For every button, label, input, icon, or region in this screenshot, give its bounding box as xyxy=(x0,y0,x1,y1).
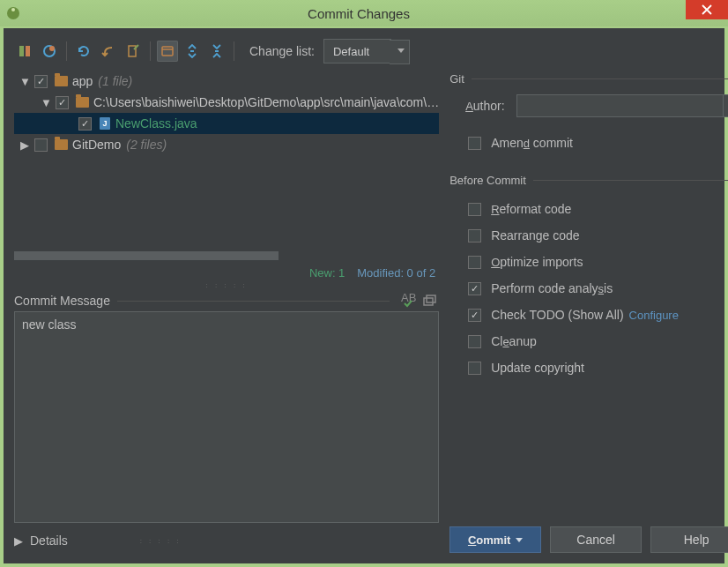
stats-new: New: 1 xyxy=(309,266,345,280)
check-label: Reformat code xyxy=(491,202,571,216)
commit-button[interactable]: Commit xyxy=(449,526,541,553)
check-label: Perform code analysis xyxy=(491,281,613,295)
check-label: Cleanup xyxy=(491,334,537,348)
refresh-icon[interactable] xyxy=(73,41,94,62)
checkbox[interactable] xyxy=(468,335,481,348)
left-column: ▼ app (1 file) ▼ C:\Users\baishiwei\Desk… xyxy=(14,71,439,553)
changelist-combo[interactable]: Default xyxy=(323,39,391,63)
tree-node-app[interactable]: ▼ app (1 file) xyxy=(14,71,439,92)
move-to-changelist-icon[interactable] xyxy=(39,41,60,62)
chevron-down-icon xyxy=(516,538,523,542)
expander-icon[interactable]: ▶ xyxy=(14,534,26,548)
cancel-button[interactable]: Cancel xyxy=(550,526,642,553)
folder-icon xyxy=(55,76,68,86)
check-label: Check TODO (Show All) xyxy=(491,308,623,322)
tree-node-gitdemo[interactable]: ▶ GitDemo (2 files) xyxy=(14,134,439,155)
svg-point-1 xyxy=(11,8,15,11)
commit-message-header: Commit Message ABC xyxy=(14,290,439,311)
svg-rect-9 xyxy=(215,50,219,52)
group-by-directory-icon[interactable] xyxy=(157,41,178,62)
checkbox[interactable] xyxy=(78,117,92,131)
commit-dialog: Commit Changes Change list: Default xyxy=(0,0,728,567)
amend-commit-checkbox[interactable]: Amend commit xyxy=(465,130,728,156)
code-analysis-checkbox[interactable]: Perform code analysis xyxy=(465,275,728,302)
author-combo[interactable] xyxy=(516,94,728,117)
checkbox[interactable] xyxy=(468,137,481,150)
tree-node-file[interactable]: NewClass.java xyxy=(14,113,439,134)
commit-message-input[interactable] xyxy=(14,311,439,523)
tree-label: NewClass.java xyxy=(115,116,197,131)
expander-icon[interactable]: ▼ xyxy=(19,75,30,88)
stats-modified: Modified: 0 of 2 xyxy=(357,266,435,280)
reformat-code-checkbox[interactable]: Reformat code xyxy=(465,196,728,222)
details-row[interactable]: ▶ Details : : : : : xyxy=(14,528,439,553)
tree-label: C:\Users\baishiwei\Desktop\GitDemo\app\s… xyxy=(93,95,439,109)
expand-all-icon[interactable] xyxy=(182,41,203,62)
check-label: Rearrange code xyxy=(491,228,579,242)
cleanup-checkbox[interactable]: Cleanup xyxy=(465,328,728,354)
configure-link[interactable]: Configure xyxy=(629,309,679,322)
toolbar-separator xyxy=(234,41,234,61)
svg-rect-8 xyxy=(190,50,194,52)
window-title: Commit Changes xyxy=(25,6,693,21)
author-row: Author: xyxy=(465,94,728,117)
svg-rect-12 xyxy=(427,295,435,302)
checkbox[interactable] xyxy=(468,362,481,375)
tree-label: GitDemo xyxy=(72,138,121,152)
toolbar-separator xyxy=(66,41,67,61)
history-icon[interactable] xyxy=(420,291,439,310)
check-label: Amend commit xyxy=(491,136,573,150)
details-label: Details xyxy=(30,533,68,548)
java-file-icon xyxy=(100,117,110,130)
app-icon xyxy=(5,4,25,23)
rearrange-code-checkbox[interactable]: Rearrange code xyxy=(465,222,728,249)
checkbox[interactable] xyxy=(34,138,48,152)
collapse-all-icon[interactable] xyxy=(206,41,227,62)
expander-icon[interactable]: ▶ xyxy=(19,138,30,152)
button-row: Commit Cancel Help xyxy=(449,518,728,553)
main-area: ▼ app (1 file) ▼ C:\Users\baishiwei\Desk… xyxy=(14,71,714,553)
show-diff-icon[interactable] xyxy=(14,41,35,62)
svg-rect-11 xyxy=(424,298,433,305)
commit-message-label: Commit Message xyxy=(14,294,110,308)
close-button[interactable] xyxy=(686,0,728,19)
spellcheck-icon[interactable]: ABC xyxy=(398,291,418,310)
right-column: Git Author: Amend commit Before Commit xyxy=(449,71,728,553)
splitter-grip: : : : : : xyxy=(68,537,254,545)
svg-rect-7 xyxy=(162,47,173,56)
revert-icon[interactable] xyxy=(98,41,119,62)
tree-label: app xyxy=(72,74,93,88)
horizontal-scrollbar[interactable] xyxy=(14,251,279,260)
toolbar-separator xyxy=(150,41,151,61)
client-area: Change list: Default ▼ app (1 file) xyxy=(4,28,724,563)
folder-icon xyxy=(76,97,89,108)
checkbox[interactable] xyxy=(468,229,481,242)
check-label: Update copyright xyxy=(491,361,584,375)
checkbox[interactable] xyxy=(468,282,481,295)
svg-text:ABC: ABC xyxy=(401,294,416,304)
check-label: Optimize imports xyxy=(491,255,583,269)
titlebar: Commit Changes xyxy=(0,0,728,26)
changelist-label: Change list: xyxy=(249,44,315,58)
help-button[interactable]: Help xyxy=(650,526,728,553)
changelist-value: Default xyxy=(333,45,369,58)
update-copyright-checkbox[interactable]: Update copyright xyxy=(465,354,728,381)
checkbox[interactable] xyxy=(56,96,69,109)
edit-icon[interactable] xyxy=(123,41,144,62)
checkbox[interactable] xyxy=(468,256,481,269)
changes-tree[interactable]: ▼ app (1 file) ▼ C:\Users\baishiwei\Desk… xyxy=(14,71,439,260)
check-todo-checkbox[interactable]: Check TODO (Show All) Configure xyxy=(465,302,728,328)
tree-node-path[interactable]: ▼ C:\Users\baishiwei\Desktop\GitDemo\app… xyxy=(14,92,439,113)
checkbox[interactable] xyxy=(468,309,481,322)
stats-row: New: 1 Modified: 0 of 2 xyxy=(14,260,439,281)
optimize-imports-checkbox[interactable]: Optimize imports xyxy=(465,249,728,275)
git-section-title: Git xyxy=(449,72,728,86)
splitter-grip[interactable]: : : : : : xyxy=(14,281,439,290)
folder-icon xyxy=(55,139,68,150)
checkbox[interactable] xyxy=(468,203,481,216)
tree-meta: (1 file) xyxy=(98,74,132,88)
expander-icon[interactable]: ▼ xyxy=(41,96,51,109)
tree-meta: (2 files) xyxy=(126,138,167,152)
checkbox[interactable] xyxy=(34,75,48,88)
divider xyxy=(117,301,390,302)
